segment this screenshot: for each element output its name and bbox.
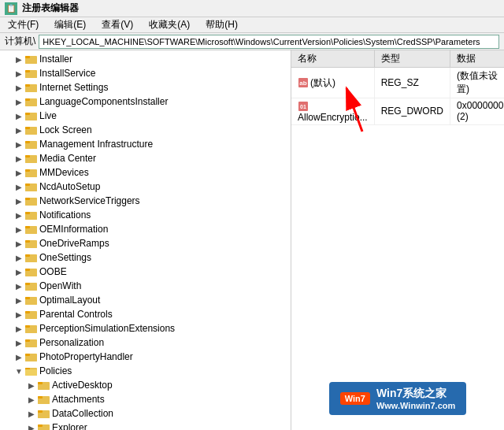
expand-arrow: ▶: [25, 381, 38, 390]
cell-data: (数值未设置): [450, 68, 504, 98]
tree-item-lock-screen[interactable]: ▶ Lock Screen: [0, 123, 291, 137]
menu-item[interactable]: 帮助(H): [201, 17, 243, 32]
expand-arrow: ▶: [13, 324, 25, 333]
svg-rect-68: [25, 369, 37, 376]
svg-rect-7: [25, 84, 30, 87]
folder-open-icon: [25, 365, 38, 376]
watermark-url: Www.Winwin7.com: [376, 401, 455, 410]
folder-icon: [38, 422, 50, 430]
col-data: 数据: [450, 50, 504, 68]
tree-item-photo-handler[interactable]: ▶ PhotoPropertyHandler: [0, 350, 291, 364]
expand-arrow: ▶: [13, 98, 25, 106]
tree-item-personalization[interactable]: ▶ Personalization: [0, 335, 291, 350]
svg-rect-5: [25, 72, 37, 78]
svg-rect-73: [38, 396, 43, 398]
tree-item-mmdevices[interactable]: ▶ MMDevices: [0, 165, 291, 180]
watermark: Win7 Win7系统之家 Www.Winwin7.com: [291, 367, 504, 430]
tree-label: OEMInformation: [39, 224, 108, 235]
svg-rect-38: [25, 228, 37, 234]
tree-item-parental[interactable]: ▶ Parental Controls: [0, 307, 291, 321]
expand-arrow: ▶: [13, 83, 25, 92]
svg-rect-58: [25, 325, 30, 328]
tree-label: Media Center: [39, 153, 96, 164]
folder-icon: [25, 351, 38, 362]
svg-rect-49: [25, 283, 30, 285]
svg-rect-13: [25, 113, 30, 115]
menu-item[interactable]: 收藏夹(A): [144, 17, 195, 32]
folder-icon: [38, 408, 50, 419]
folder-icon: [38, 380, 50, 391]
tree-label: ActiveDesktop: [52, 380, 113, 391]
tree-item-active-desktop[interactable]: ▶ ActiveDesktop: [0, 378, 291, 392]
expand-arrow: ▶: [13, 282, 25, 291]
tree-item-mgmt-infra[interactable]: ▶ Management Infrastructure: [0, 137, 291, 151]
tree-item-oobe[interactable]: ▶ OOBE: [0, 265, 291, 279]
svg-rect-52: [25, 297, 30, 299]
tree-pane[interactable]: ▶ Installer▶ InstallService▶ Internet Se…: [0, 50, 291, 430]
svg-rect-77: [38, 413, 50, 418]
folder-icon: [25, 252, 38, 263]
svg-rect-1: [25, 56, 30, 58]
tree-item-onedrive-ramps[interactable]: ▶ OneDriveRamps: [0, 236, 291, 250]
cell-name: 01 AllowEncryptio...: [291, 98, 374, 125]
svg-rect-14: [25, 115, 37, 120]
folder-icon: [38, 394, 50, 405]
detail-table: 名称 类型 数据 ab (默认)REG_SZ(数值未设置) 01 AllowEn…: [291, 50, 504, 125]
folder-icon: [25, 54, 38, 65]
expand-arrow: ▶: [13, 339, 25, 347]
expand-arrow: ▶: [25, 424, 38, 431]
tree-item-data-collection[interactable]: ▶ DataCollection: [0, 406, 291, 421]
expand-arrow: ▶: [13, 55, 25, 64]
tree-item-optimal-layout[interactable]: ▶ OptimalLayout: [0, 293, 291, 307]
tree-item-media-center[interactable]: ▶ Media Center: [0, 151, 291, 165]
tree-item-ncdautosetup[interactable]: ▶ NcdAutoSetup: [0, 180, 291, 194]
default-icon: ab: [298, 77, 309, 88]
tree-label: PhotoPropertyHandler: [39, 351, 133, 362]
svg-rect-17: [25, 129, 37, 135]
tree-item-explorer[interactable]: ▶ Explorer: [0, 421, 291, 430]
expand-arrow: ▼: [13, 367, 25, 376]
tree-item-oem-info[interactable]: ▶ OEMInformation: [0, 222, 291, 236]
folder-icon: [25, 209, 38, 221]
tree-item-notifications[interactable]: ▶ Notifications: [0, 208, 291, 222]
tree-label: Parental Controls: [39, 309, 113, 320]
svg-rect-31: [25, 198, 30, 200]
tree-label: OptimalLayout: [39, 295, 100, 306]
svg-rect-64: [25, 354, 30, 356]
tree-item-openwith[interactable]: ▶ OpenWith: [0, 279, 291, 293]
table-row[interactable]: ab (默认)REG_SZ(数值未设置): [291, 68, 504, 98]
tree-item-attachments[interactable]: ▶ Attachments: [0, 392, 291, 406]
svg-rect-37: [25, 226, 30, 228]
table-row[interactable]: 01 AllowEncryptio...REG_DWORD0x00000002 …: [291, 98, 504, 125]
title-bar-text: 注册表编辑器: [22, 2, 79, 15]
tree-item-perception[interactable]: ▶ PerceptionSimulationExtensions: [0, 321, 291, 335]
svg-rect-34: [25, 212, 30, 214]
folder-icon: [25, 323, 38, 334]
tree-item-internet-settings[interactable]: ▶ Internet Settings: [0, 80, 291, 95]
cell-type: REG_DWORD: [374, 98, 450, 125]
svg-rect-74: [38, 398, 50, 404]
folder-icon: [25, 224, 38, 235]
expand-arrow: ▶: [13, 239, 25, 248]
menu-item[interactable]: 编辑(E): [50, 17, 91, 32]
address-bar: 计算机\: [0, 33, 504, 50]
tree-item-installservice[interactable]: ▶ InstallService: [0, 66, 291, 80]
col-name: 名称: [291, 50, 374, 68]
tree-label: Notifications: [39, 209, 91, 221]
svg-rect-23: [25, 158, 37, 163]
tree-item-networkservice[interactable]: ▶ NetworkServiceTriggers: [0, 194, 291, 208]
tree-item-language[interactable]: ▶ LanguageComponentsInstaller: [0, 95, 291, 109]
tree-item-policies[interactable]: ▼ Policies: [0, 364, 291, 378]
tree-item-live[interactable]: ▶ Live: [0, 109, 291, 123]
folder-icon: [25, 295, 38, 306]
expand-arrow: ▶: [13, 197, 25, 206]
expand-arrow: ▶: [13, 169, 25, 177]
folder-icon: [25, 82, 38, 93]
svg-rect-56: [25, 313, 37, 319]
folder-icon: [25, 181, 38, 192]
address-input[interactable]: [39, 35, 499, 49]
tree-item-one-settings[interactable]: ▶ OneSettings: [0, 250, 291, 265]
tree-item-installer[interactable]: ▶ Installer: [0, 52, 291, 66]
menu-item[interactable]: 文件(F): [3, 17, 43, 32]
menu-item[interactable]: 查看(V): [97, 17, 138, 32]
